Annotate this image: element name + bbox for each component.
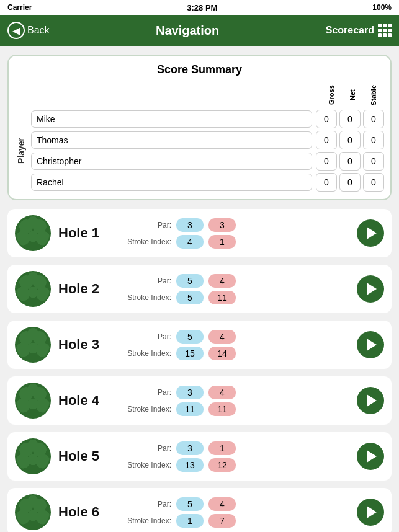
player-input-2[interactable]	[31, 153, 312, 170]
hole-1-par-blue: 3	[176, 218, 204, 232]
si-label-2: Stroke Index:	[122, 293, 171, 302]
back-button[interactable]: ◀ Back	[7, 22, 50, 39]
play-icon-6	[367, 506, 377, 518]
player-row-2: 0 0 0	[31, 152, 384, 171]
gross-header: Gross	[322, 82, 341, 107]
hole-4-details: Par: 3 4 Stroke Index: 11 11	[122, 386, 349, 416]
hole-3-name: Hole 3	[58, 337, 114, 353]
player-vertical-label: Player	[15, 110, 27, 192]
holes-section: Hole 1 Par: 3 3 Stroke Index: 4 1	[0, 209, 399, 532]
par-label-2: Par:	[122, 277, 171, 285]
hole-2-play-button[interactable]	[357, 275, 384, 303]
hole-5-par-blue: 3	[176, 441, 204, 455]
hole-6-par-blue: 5	[176, 497, 204, 511]
gross-2: 0	[316, 152, 337, 171]
hole-2-par-blue: 5	[176, 274, 204, 288]
play-icon-2	[367, 283, 377, 295]
hole-row-5: Hole 5 Par: 3 1 Stroke Index: 13 12	[7, 432, 392, 481]
hole-6-details: Par: 5 4 Stroke Index: 1 7	[122, 497, 349, 528]
hole-5-details: Par: 3 1 Stroke Index: 13 12	[122, 441, 349, 472]
net-0: 0	[339, 110, 361, 128]
hole-row-4: Hole 4 Par: 3 4 Stroke Index: 11 11	[7, 376, 392, 425]
hole-5-si-pink: 12	[208, 458, 236, 472]
back-label: Back	[27, 25, 50, 36]
net-2: 0	[339, 152, 361, 171]
carrier-label: Carrier	[7, 3, 32, 12]
hole-5-name: Hole 5	[58, 448, 114, 464]
hole-4-name: Hole 4	[58, 392, 114, 409]
hole-4-par-row: Par: 3 4	[122, 386, 349, 399]
hole-5-icon	[15, 438, 51, 474]
hole-row-6: Hole 6 Par: 5 4 Stroke Index: 1 7	[7, 488, 392, 532]
hole-1-par-row: Par: 3 3	[122, 218, 349, 232]
player-row-1: 0 0 0	[31, 131, 384, 149]
nav-title: Navigation	[156, 24, 219, 38]
hole-row-2: Hole 2 Par: 5 4 Stroke Index: 5 11	[7, 265, 392, 313]
hole-4-icon	[15, 383, 51, 419]
par-label-6: Par:	[122, 500, 171, 508]
hole-6-play-button[interactable]	[357, 499, 384, 526]
score-table: Player 0 0 0 0 0 0	[15, 110, 384, 192]
hole-5-play-button[interactable]	[357, 443, 384, 470]
hole-6-icon	[15, 494, 51, 530]
par-label-1: Par:	[122, 221, 171, 229]
play-icon-1	[367, 227, 377, 239]
score-summary-card: Score Summary Gross Net Stable Player 0 …	[7, 55, 392, 200]
hole-6-name: Hole 6	[58, 504, 114, 520]
hole-3-icon	[15, 327, 51, 363]
score-summary-title: Score Summary	[15, 63, 384, 76]
stable-3: 0	[363, 173, 384, 192]
si-label-1: Stroke Index:	[122, 237, 171, 246]
hole-3-par-pink: 4	[208, 330, 236, 344]
hole-1-si-pink: 1	[208, 235, 236, 249]
hole-3-details: Par: 5 4 Stroke Index: 15 14	[122, 330, 349, 360]
player-input-0[interactable]	[31, 110, 312, 128]
hole-6-si-row: Stroke Index: 1 7	[122, 514, 349, 528]
grid-icon	[378, 24, 392, 37]
hole-5-si-blue: 13	[176, 458, 204, 472]
hole-2-name: Hole 2	[58, 281, 114, 297]
back-arrow-icon: ◀	[7, 22, 25, 39]
gross-0: 0	[316, 110, 337, 128]
hole-4-si-row: Stroke Index: 11 11	[122, 402, 349, 416]
hole-3-play-button[interactable]	[357, 331, 384, 358]
hole-2-details: Par: 5 4 Stroke Index: 5 11	[122, 274, 349, 304]
gross-3: 0	[316, 173, 337, 192]
time-label: 3:28 PM	[187, 3, 217, 12]
gross-1: 0	[316, 131, 337, 149]
hole-3-par-blue: 5	[176, 330, 204, 344]
scorecard-label: Scorecard	[326, 25, 374, 36]
hole-6-si-pink: 7	[208, 514, 236, 528]
hole-3-par-row: Par: 5 4	[122, 330, 349, 344]
hole-3-si-row: Stroke Index: 15 14	[122, 347, 349, 360]
play-icon-3	[367, 339, 377, 351]
hole-1-play-button[interactable]	[357, 219, 384, 247]
hole-1-icon	[15, 215, 51, 251]
si-label-3: Stroke Index:	[122, 349, 171, 358]
player-input-1[interactable]	[31, 131, 312, 149]
hole-4-par-pink: 4	[208, 386, 236, 399]
si-label-5: Stroke Index:	[122, 461, 171, 469]
hole-4-play-button[interactable]	[357, 387, 384, 414]
player-input-3[interactable]	[31, 174, 312, 191]
stable-0: 0	[363, 110, 384, 128]
hole-2-si-pink: 11	[208, 291, 236, 304]
hole-1-si-row: Stroke Index: 4 1	[122, 235, 349, 249]
net-3: 0	[339, 173, 361, 192]
si-label-6: Stroke Index:	[122, 516, 171, 525]
player-row-3: 0 0 0	[31, 173, 384, 192]
nav-bar: ◀ Back Navigation Scorecard	[0, 15, 399, 46]
hole-2-si-row: Stroke Index: 5 11	[122, 291, 349, 304]
si-label-4: Stroke Index:	[122, 405, 171, 414]
hole-1-si-blue: 4	[176, 235, 204, 249]
hole-2-par-pink: 4	[208, 274, 236, 288]
play-icon-4	[367, 394, 377, 407]
hole-2-icon	[15, 271, 51, 307]
hole-6-par-row: Par: 5 4	[122, 497, 349, 511]
hole-4-si-pink: 11	[208, 402, 236, 416]
stable-header: Stable	[364, 82, 383, 107]
scorecard-button[interactable]: Scorecard	[326, 24, 392, 37]
hole-4-par-blue: 3	[176, 386, 204, 399]
hole-2-si-blue: 5	[176, 291, 204, 304]
hole-6-si-blue: 1	[176, 514, 204, 528]
